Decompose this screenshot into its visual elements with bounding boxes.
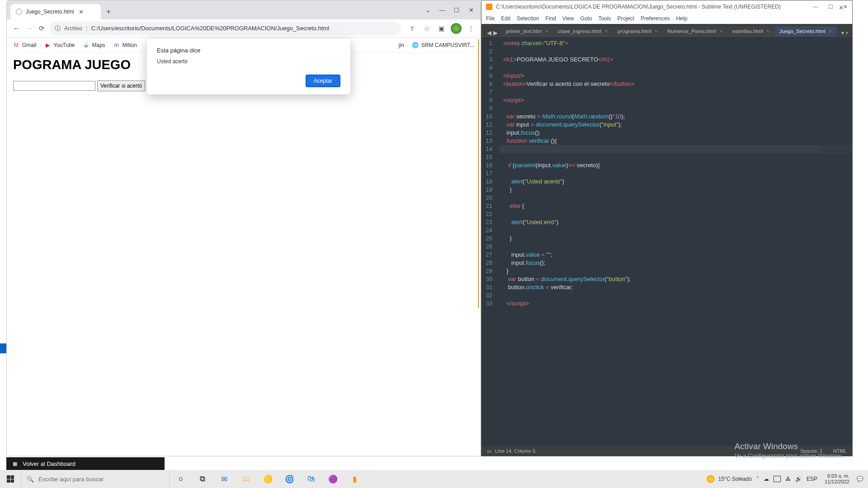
menu-goto[interactable]: Goto — [580, 15, 592, 22]
close-icon[interactable]: × — [655, 29, 657, 34]
maximize-icon[interactable]: ☐ — [453, 7, 460, 14]
store-icon[interactable]: 🛍 — [300, 470, 322, 488]
bookmark-gmail[interactable]: MGmail — [13, 42, 36, 48]
bookmark-srm[interactable]: 🌐SRM CAMPUSVIRT... — [412, 42, 474, 48]
overlay-close-icon[interactable]: ✕ — [839, 4, 844, 11]
file-tab[interactable]: programa.html× — [613, 26, 662, 36]
maximize-icon[interactable]: ☐ — [828, 4, 833, 10]
close-icon[interactable]: × — [767, 29, 769, 34]
screen-icon[interactable] — [774, 476, 781, 482]
minimize-icon[interactable]: — — [439, 7, 445, 14]
panel-icon[interactable]: ▣ — [436, 25, 446, 32]
globe-icon — [16, 9, 22, 15]
close-icon[interactable]: × — [546, 29, 548, 34]
explorer-icon[interactable]: 🗂 — [235, 470, 257, 488]
tab-nav[interactable]: ◀ ▶ — [484, 29, 500, 36]
close-icon[interactable]: ✕ — [78, 9, 85, 15]
code-line: <h1>POGRAMA JUEGO SECRETO</h1> — [503, 56, 852, 64]
chrome-window: Juego_Secreto.html ✕ + ⌄ — ☐ ✕ ← → ⟳ ⓘ A… — [6, 0, 481, 456]
alert-title: Esta página dice — [157, 47, 340, 54]
onedrive-icon[interactable]: ☁ — [764, 476, 769, 482]
editor[interactable]: 1234567891011121314151617181920212223242… — [481, 37, 852, 446]
site-icon: m — [113, 42, 120, 48]
close-icon[interactable]: × — [605, 29, 608, 34]
menu-selection[interactable]: Selection — [517, 15, 539, 22]
file-tab[interactable]: Juego_Secreto.html× — [775, 26, 836, 36]
start-button[interactable] — [0, 470, 21, 488]
file-tab[interactable]: clave_ingreso.html× — [553, 26, 612, 36]
code-line: input.value = ""; — [503, 251, 852, 259]
code-line: var secreto = Math.round(Math.random()*1… — [503, 113, 852, 121]
file-tab[interactable]: primer_text.htm× — [501, 26, 553, 36]
dashboard-strip[interactable]: ▦ Volver al Dashboard — [6, 457, 165, 470]
sublime-title: C:\Users\escritorio\Documents\LOGICA DE … — [496, 4, 781, 10]
edge-icon[interactable]: 🌀 — [278, 470, 300, 488]
chrome-icon[interactable]: 🟡 — [257, 470, 278, 488]
line-number: 9 — [478, 104, 496, 113]
menu-edit[interactable]: Edit — [501, 15, 510, 22]
menu-help[interactable]: Help — [676, 15, 688, 22]
code-line: <button>Verificar si acertó con el secre… — [503, 80, 852, 88]
minimize-icon[interactable]: — — [813, 4, 818, 10]
share-icon[interactable]: ⇪ — [407, 25, 417, 32]
menu-file[interactable]: File — [486, 15, 495, 22]
taskview-icon[interactable]: ⧉ — [192, 470, 213, 488]
cortana-icon[interactable]: ○ — [170, 470, 192, 488]
secret-input[interactable] — [13, 81, 95, 91]
app-icon[interactable]: 🟣 — [322, 470, 344, 488]
code-line — [503, 64, 852, 72]
edge-accent — [0, 343, 6, 353]
bookmark-milton[interactable]: mMilton — [113, 42, 137, 48]
weather-widget[interactable]: 15°C Soleado — [707, 475, 752, 483]
file-tab[interactable]: Numeros_Pares.html× — [663, 26, 727, 36]
notifications-icon[interactable]: 💬 — [857, 476, 863, 482]
code-line: </script> — [503, 300, 852, 308]
back-icon[interactable]: ← — [11, 23, 21, 33]
minimap[interactable] — [820, 37, 852, 446]
ime-label[interactable]: ESP — [807, 476, 817, 482]
profile-avatar[interactable] — [451, 23, 462, 34]
reload-icon[interactable]: ⟳ — [37, 23, 47, 33]
bookmark-login[interactable]: jin — [399, 42, 404, 48]
clock[interactable]: 8:03 a. m. 11/12/2022 — [822, 473, 852, 485]
address-bar[interactable]: ⓘ Archivo | C:/Users/escritorio/Document… — [49, 22, 401, 35]
wifi-icon[interactable]: 🖧 — [785, 476, 791, 482]
code-line: <meta charset="UTF-8"> — [503, 39, 852, 47]
bookmark-youtube[interactable]: ▶YouTube — [44, 42, 75, 48]
close-icon[interactable]: × — [829, 29, 832, 34]
sublime-taskbar-icon[interactable]: ▮ — [344, 470, 365, 488]
close-icon[interactable]: ✕ — [468, 7, 474, 14]
menu-tools[interactable]: Tools — [599, 15, 611, 22]
volume-icon[interactable]: 🔊 — [795, 476, 802, 482]
chevron-down-icon[interactable]: ⌄ — [425, 7, 431, 14]
verify-button[interactable]: Verificar si acertó — [97, 80, 145, 91]
chevron-up-icon[interactable]: ˄ — [756, 476, 759, 482]
menu-find[interactable]: Find — [545, 15, 556, 22]
file-tab[interactable]: estrellas.html× — [728, 26, 774, 36]
overlay-kebab-icon[interactable]: ⋮ — [841, 25, 849, 35]
taskbar-apps: ○ ⧉ ✉ 🗂 🟡 🌀 🛍 🟣 ▮ — [170, 470, 365, 488]
menu-preferences[interactable]: Preferences — [641, 15, 670, 22]
code-line: button.onclick = verificar; — [503, 283, 852, 291]
code-area[interactable]: <meta charset="UTF-8"> <h1>POGRAMA JUEGO… — [500, 37, 852, 446]
kebab-icon[interactable]: ⋮ — [466, 25, 476, 32]
taskbar-tray: 15°C Soleado ˄ ☁ 🖧 🔊 ESP 8:03 a. m. 11/1… — [702, 473, 868, 485]
close-icon[interactable]: × — [720, 29, 722, 34]
tab-label: Numeros_Pares.html — [667, 28, 716, 34]
address-right: ⇪ ☆ ▣ ⋮ — [404, 23, 476, 34]
info-icon: ⓘ — [55, 24, 61, 33]
browser-tab[interactable]: Juego_Secreto.html ✕ — [10, 4, 101, 19]
panel-icon[interactable]: ▭ — [487, 448, 491, 454]
taskbar-search[interactable]: 🔍 Escribe aquí para buscar — [21, 470, 170, 488]
bookmark-maps[interactable]: ⬙Maps — [83, 42, 105, 48]
mail-icon[interactable]: ✉ — [213, 470, 235, 488]
menu-view[interactable]: View — [562, 15, 574, 22]
star-icon[interactable]: ☆ — [422, 25, 432, 32]
chrome-tabstrip: Juego_Secreto.html ✕ + ⌄ — ☐ ✕ — [7, 0, 481, 19]
code-line: <script> — [503, 96, 852, 104]
url-text: C:/Users/escritorio/Documents/LOGICA%20D… — [91, 25, 329, 32]
alert-accept-button[interactable]: Aceptar — [306, 75, 340, 87]
new-tab-button[interactable]: + — [104, 5, 114, 19]
menu-project[interactable]: Project — [618, 15, 634, 22]
forward-icon[interactable]: → — [24, 23, 34, 33]
